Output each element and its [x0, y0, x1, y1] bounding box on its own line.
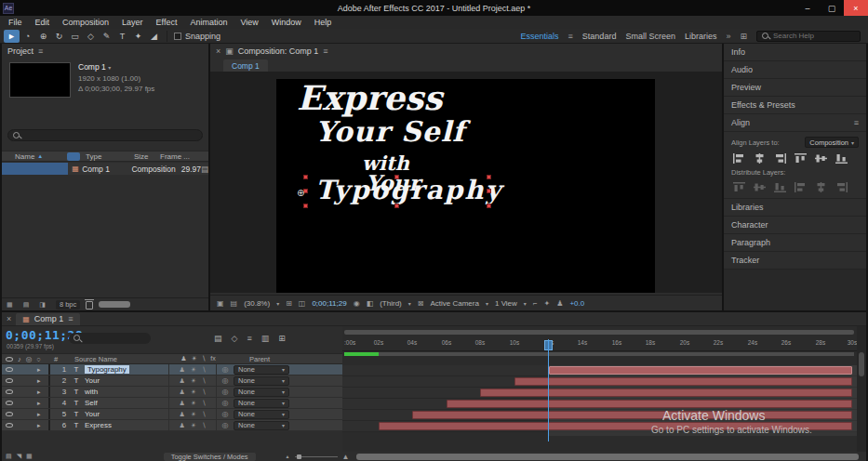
roi-icon[interactable]: ⊠: [418, 299, 424, 308]
zoom-slider[interactable]: [295, 456, 338, 457]
workspace-small-screen[interactable]: Small Screen: [625, 32, 675, 41]
graph-editor-icon[interactable]: ▦: [26, 453, 33, 460]
panel-character[interactable]: Character: [724, 217, 866, 234]
layer-bar-with[interactable]: [480, 389, 852, 397]
label-color-swatch[interactable]: [48, 409, 50, 419]
minimize-button[interactable]: –: [795, 0, 820, 16]
parent-select[interactable]: None▾: [234, 388, 289, 397]
puppet-tool-icon[interactable]: ◢: [146, 30, 162, 43]
comp-canvas[interactable]: Express Your Self with Your Typography ⊕: [276, 79, 655, 293]
align-vertical-center-icon[interactable]: [815, 153, 827, 165]
column-source-name[interactable]: Source Name: [74, 355, 171, 363]
channel-icon[interactable]: ◧: [367, 299, 374, 308]
canvas-text-express[interactable]: Express: [297, 81, 442, 114]
pick-whip-icon[interactable]: ◎: [217, 388, 234, 396]
layer-name[interactable]: Typography: [83, 365, 168, 374]
project-footer-icon-3[interactable]: ◨: [39, 301, 46, 309]
panel-effects-presets[interactable]: Effects & Presets: [724, 97, 866, 114]
draft-3d-icon[interactable]: ◇: [232, 334, 238, 343]
twirl-icon[interactable]: ▸: [37, 389, 48, 396]
shy-switch-icon[interactable]: ♟: [179, 400, 184, 407]
restore-button[interactable]: ▢: [820, 0, 844, 16]
collapse-switch-icon[interactable]: ☀: [191, 411, 196, 418]
snapping-checkbox[interactable]: [174, 33, 181, 40]
video-column-icon[interactable]: [6, 357, 13, 362]
panel-menu-icon[interactable]: ≡: [38, 46, 43, 56]
timeline-tab-comp1[interactable]: ▦ Comp 1 ≡: [16, 313, 79, 325]
shape-tool-icon[interactable]: ◇: [83, 30, 99, 43]
label-color-swatch[interactable]: [48, 387, 50, 397]
workspace-essentials[interactable]: Essentials: [521, 32, 559, 41]
panel-preview[interactable]: Preview: [724, 79, 866, 97]
selection-handle[interactable]: [487, 204, 491, 208]
pick-whip-icon[interactable]: ◎: [217, 399, 234, 407]
motion-blur-icon[interactable]: ⊞: [278, 334, 286, 343]
column-type[interactable]: Type: [86, 152, 134, 161]
zoom-slider-handle[interactable]: [297, 454, 301, 459]
panel-paragraph[interactable]: Paragraph: [724, 234, 866, 252]
eye-icon[interactable]: [6, 367, 13, 372]
layer-row-5[interactable]: ▸ 5 T Your ♟☀∖ ◎ None▾: [2, 409, 342, 420]
timeline-track-area[interactable]: :00s 02s 04s 06s 08s 10s 12s 14s 16s 18s…: [342, 326, 857, 452]
time-navigator[interactable]: [344, 330, 854, 335]
selection-handle[interactable]: [394, 175, 399, 179]
selection-handle[interactable]: [487, 175, 491, 179]
menu-composition[interactable]: Composition: [56, 18, 115, 27]
shy-switch-icon[interactable]: ♟: [179, 366, 184, 374]
collapse-switch-icon[interactable]: ☀: [191, 422, 196, 429]
collapse-switch-icon[interactable]: ☀: [191, 389, 196, 396]
align-top-icon[interactable]: [795, 153, 807, 165]
camera-select[interactable]: Active Camera: [430, 299, 478, 308]
project-footer-icon-2[interactable]: ▤: [23, 301, 30, 309]
zoom-level[interactable]: (30.8%): [244, 299, 270, 308]
quality-switch-icon[interactable]: ∖: [202, 400, 206, 407]
twirl-icon[interactable]: ▸: [37, 400, 48, 407]
flowchart-icon[interactable]: ◥: [17, 453, 21, 460]
quality-switch-icon[interactable]: ∖: [202, 377, 206, 385]
rotate-tool-icon[interactable]: ↻: [51, 30, 67, 43]
collapse-switch-icon[interactable]: ☀: [192, 355, 197, 362]
pen-tool-icon[interactable]: ✎: [99, 30, 114, 43]
comp-name-label[interactable]: Comp 1 ▾: [78, 62, 154, 73]
panel-menu-icon[interactable]: ≡: [68, 314, 73, 323]
project-search-input[interactable]: [24, 131, 182, 139]
label-color-swatch[interactable]: [48, 420, 50, 430]
type-tool-icon[interactable]: T: [114, 30, 130, 43]
align-right-icon[interactable]: [774, 153, 786, 165]
pixel-aspect-icon[interactable]: ⌐: [533, 299, 538, 308]
workspace-libraries[interactable]: Libraries: [685, 32, 717, 41]
label-color-swatch[interactable]: [48, 375, 50, 386]
panel-info[interactable]: Info: [724, 44, 866, 61]
timeline-hscrollbar[interactable]: [356, 454, 859, 460]
timeline-vscroll-thumb[interactable]: [859, 352, 864, 376]
panel-menu-icon[interactable]: ≡: [854, 118, 859, 127]
comp-timecode[interactable]: 0;00;11;29: [312, 299, 346, 308]
workspace-menu-icon[interactable]: ≡: [568, 32, 573, 41]
solo-column-icon[interactable]: ◎: [26, 355, 33, 363]
workspace-standard[interactable]: Standard: [582, 32, 617, 41]
menu-view[interactable]: View: [234, 18, 264, 27]
twirl-icon[interactable]: ▸: [37, 411, 48, 418]
timeline-search-box[interactable]: [69, 333, 151, 344]
label-color-swatch[interactable]: [48, 364, 50, 375]
eye-icon[interactable]: [6, 389, 13, 394]
quality-switch-icon[interactable]: ∖: [202, 422, 206, 429]
project-search-box[interactable]: [7, 129, 203, 141]
layer-bar-typography[interactable]: [549, 366, 852, 375]
snapshot-camera-icon[interactable]: ◉: [354, 299, 360, 308]
quality-switch-icon[interactable]: ∖: [202, 411, 206, 418]
parent-select[interactable]: None▾: [234, 421, 289, 430]
shy-switch-icon[interactable]: ♟: [179, 377, 184, 385]
hand-tool-icon[interactable]: ◔: [20, 30, 35, 43]
zoom-in-mountain-icon[interactable]: ▲: [342, 453, 350, 461]
lock-column-icon[interactable]: ○: [36, 355, 41, 363]
project-row-comp1[interactable]: ▦ Comp 1 Composition 29.97 ▤: [2, 163, 208, 175]
layer-row-4[interactable]: ▸ 4 T Self ♟☀∖ ◎ None▾: [2, 398, 342, 409]
panel-tracker[interactable]: Tracker: [724, 252, 866, 270]
close-tab-icon[interactable]: ×: [216, 46, 220, 56]
work-area-bar[interactable]: [344, 352, 854, 356]
parent-select[interactable]: None▾: [234, 399, 289, 408]
eye-icon[interactable]: [6, 401, 13, 405]
zoom-tool-icon[interactable]: ⊕: [35, 30, 51, 43]
quality-switch-icon[interactable]: ∖: [202, 389, 206, 396]
